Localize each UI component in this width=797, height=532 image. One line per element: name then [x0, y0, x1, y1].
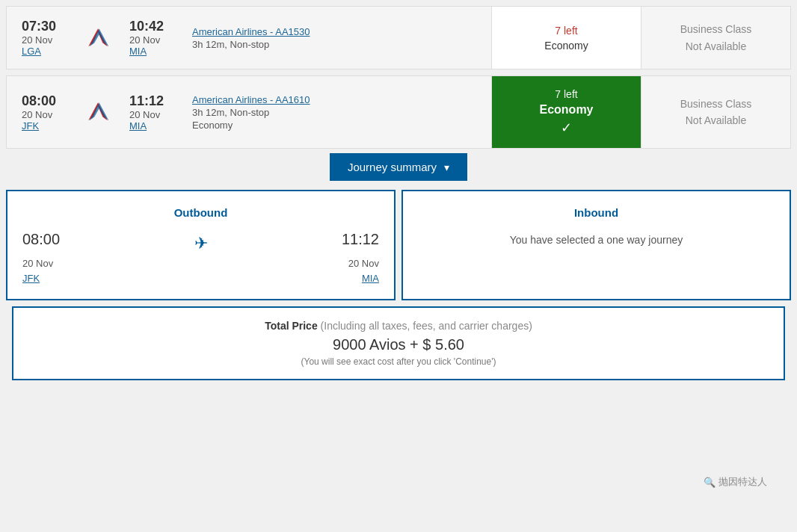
summary-panels: Outbound 08:00 ✈ 11:12 20 Nov 20 Nov JFK…	[6, 190, 791, 300]
arr-time: 11:12	[129, 93, 164, 109]
airline-name[interactable]: American Airlines - AA1610	[192, 94, 310, 105]
dep-time: 08:00	[22, 93, 56, 109]
business-fare-box: Business Class Not Available	[641, 76, 790, 148]
total-label-light: (Including all taxes, fees, and carrier …	[321, 320, 532, 332]
arr-airport[interactable]: MIA	[129, 120, 147, 132]
plane-icon: ✈	[194, 231, 208, 253]
total-label-bold: Total Price	[265, 320, 318, 332]
selected-checkmark: ✓	[561, 120, 572, 136]
business-unavailable: Business Class Not Available	[680, 21, 752, 55]
dep-date: 20 Nov	[22, 34, 52, 46]
flight-details: American Airlines - AA1610 3h 12m, Non-s…	[192, 93, 476, 131]
chevron-down-icon: ▾	[444, 161, 449, 173]
outbound-arr-airport: MIA	[362, 272, 379, 284]
flight-duration: 3h 12m, Non-stop	[192, 107, 476, 118]
airline-name[interactable]: American Airlines - AA1530	[192, 26, 310, 37]
inbound-title: Inbound	[418, 206, 775, 219]
inbound-panel: Inbound You have selected a one way jour…	[401, 190, 791, 300]
journey-times: 08:00 ✈ 11:12	[22, 231, 379, 253]
fare-class: Economy	[544, 40, 588, 52]
journey-summary-label: Journey summary	[348, 161, 437, 173]
watermark: 🔍 抛因特达人	[704, 475, 767, 489]
cabin-class: Economy	[192, 120, 476, 131]
dep-time: 07:30	[22, 19, 56, 34]
outbound-dep-date: 20 Nov	[22, 258, 53, 269]
fare-options: 7 left Economy ✓ Business Class Not Avai…	[491, 76, 790, 148]
outbound-arr-airport-link[interactable]: MIA	[362, 273, 379, 284]
page-wrap: 07:30 20 Nov LGA 10:42 20 Nov MIA	[0, 0, 797, 532]
arr-airport[interactable]: MIA	[129, 46, 147, 57]
watermark-text: 抛因特达人	[718, 475, 767, 489]
business-fare-box: Business Class Not Available	[641, 7, 790, 69]
journey-airports-row: JFK MIA	[22, 272, 379, 284]
arrival-block: 11:12 20 Nov MIA	[129, 93, 174, 132]
flight-duration: 3h 12m, Non-stop	[192, 39, 476, 50]
fare-options: 7 left Economy Business Class Not Availa…	[491, 7, 790, 69]
arrival-block: 10:42 20 Nov MIA	[129, 19, 174, 57]
watermark-icon: 🔍	[704, 477, 716, 488]
summary-section: Outbound 08:00 ✈ 11:12 20 Nov 20 Nov JFK…	[0, 181, 797, 395]
outbound-dep-time: 08:00	[22, 231, 60, 248]
airline-logo	[84, 25, 111, 52]
total-note: (You will see exact cost after you click…	[25, 356, 772, 367]
total-label: Total Price (Including all taxes, fees, …	[25, 320, 772, 332]
departure-block: 08:00 20 Nov JFK	[22, 93, 67, 132]
outbound-dep-airport-link[interactable]: JFK	[22, 273, 40, 284]
flight-row: 07:30 20 Nov LGA 10:42 20 Nov MIA	[6, 6, 791, 69]
flight-row: 08:00 20 Nov JFK 11:12 20 Nov MIA	[6, 75, 791, 149]
arr-date: 20 Nov	[129, 109, 160, 120]
seats-left: 7 left	[555, 25, 577, 37]
dep-airport[interactable]: JFK	[22, 120, 39, 132]
outbound-arr-time: 11:12	[342, 231, 379, 248]
flight-details: American Airlines - AA1530 3h 12m, Non-s…	[192, 25, 476, 50]
total-price-section: Total Price (Including all taxes, fees, …	[12, 306, 785, 380]
arr-date: 20 Nov	[129, 34, 160, 46]
total-amount: 9000 Avios + $ 5.60	[25, 336, 772, 353]
flight-info: 08:00 20 Nov JFK 11:12 20 Nov MIA	[7, 76, 491, 148]
flight-list: 07:30 20 Nov LGA 10:42 20 Nov MIA	[0, 0, 797, 181]
inbound-message: You have selected a one way journey	[418, 234, 775, 246]
flight-info: 07:30 20 Nov LGA 10:42 20 Nov MIA	[7, 7, 491, 69]
airline-logo	[84, 99, 111, 126]
economy-fare-box[interactable]: 7 left Economy	[491, 7, 641, 69]
fare-class: Economy	[539, 103, 593, 117]
dep-airport[interactable]: LGA	[22, 46, 41, 57]
outbound-dep-airport: JFK	[22, 272, 40, 284]
outbound-title: Outbound	[22, 206, 379, 219]
dep-date: 20 Nov	[22, 109, 52, 120]
outbound-arr-date: 20 Nov	[348, 258, 379, 269]
journey-summary-button[interactable]: Journey summary ▾	[330, 153, 467, 181]
outbound-panel: Outbound 08:00 ✈ 11:12 20 Nov 20 Nov JFK…	[6, 190, 396, 300]
journey-dates-row: 20 Nov 20 Nov	[22, 258, 379, 269]
arr-time: 10:42	[129, 19, 164, 34]
seats-left: 7 left	[555, 88, 577, 100]
journey-summary-bar: Journey summary ▾	[6, 153, 791, 181]
departure-block: 07:30 20 Nov LGA	[22, 19, 67, 57]
business-unavailable: Business Class Not Available	[680, 96, 752, 129]
economy-fare-box-selected[interactable]: 7 left Economy ✓	[491, 76, 641, 148]
